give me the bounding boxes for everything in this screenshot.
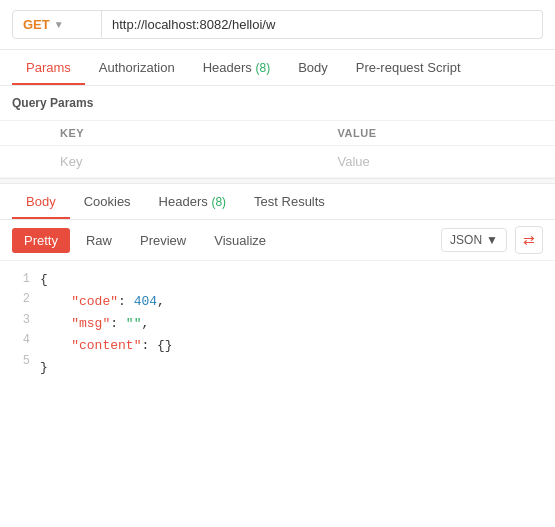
tab-cookies[interactable]: Cookies: [70, 184, 145, 219]
line-num-1: 1: [10, 269, 30, 289]
line-num-4: 4: [10, 330, 30, 350]
query-params-title: Query Params: [0, 86, 555, 120]
response-tabs: Body Cookies Headers (8) Test Results: [0, 184, 555, 220]
line-num-5: 5: [10, 351, 30, 371]
code-lines: { "code": 404, "msg": "", "content": {} …: [40, 269, 555, 379]
request-tabs: Params Authorization Headers (8) Body Pr…: [0, 50, 555, 86]
tab-response-body[interactable]: Body: [12, 184, 70, 219]
response-headers-badge: (8): [211, 195, 226, 209]
format-selector[interactable]: JSON ▼: [441, 228, 507, 252]
sub-tab-visualize[interactable]: Visualize: [202, 228, 278, 253]
tab-test-results[interactable]: Test Results: [240, 184, 339, 219]
val-content: {}: [157, 338, 173, 353]
headers-badge: (8): [255, 61, 270, 75]
line-num-2: 2: [10, 289, 30, 309]
method-selector[interactable]: GET ▼: [12, 10, 102, 39]
sub-tabs: Pretty Raw Preview Visualize JSON ▼ ⇄: [0, 220, 555, 261]
key-msg: "msg": [71, 316, 110, 331]
val-code: 404: [134, 294, 157, 309]
code-line-3: "msg": "",: [40, 313, 543, 335]
val-msg: "": [126, 316, 142, 331]
code-line-5: }: [40, 357, 543, 379]
code-line-2: "code": 404,: [40, 291, 543, 313]
tab-response-headers[interactable]: Headers (8): [145, 184, 240, 219]
sub-tab-preview[interactable]: Preview: [128, 228, 198, 253]
format-chevron-icon: ▼: [486, 233, 498, 247]
sub-tab-pretty[interactable]: Pretty: [12, 228, 70, 253]
tab-params[interactable]: Params: [12, 50, 85, 85]
sub-tab-raw[interactable]: Raw: [74, 228, 124, 253]
tab-body[interactable]: Body: [284, 50, 342, 85]
method-value: GET: [23, 17, 50, 32]
brace-close: }: [40, 360, 48, 375]
brace-open: {: [40, 272, 48, 287]
code-block: 1 2 3 4 5 { "code": 404, "msg": "", "con…: [0, 261, 555, 387]
value-cell[interactable]: Value: [278, 146, 556, 178]
url-input[interactable]: [102, 10, 543, 39]
tab-pre-request-script[interactable]: Pre-request Script: [342, 50, 475, 85]
col-header-value: VALUE: [278, 121, 556, 146]
params-table: KEY VALUE Key Value: [0, 120, 555, 178]
key-content: "content": [71, 338, 141, 353]
chevron-down-icon: ▼: [54, 19, 64, 30]
key-code: "code": [71, 294, 118, 309]
code-line-4: "content": {}: [40, 335, 543, 357]
table-row: Key Value: [0, 146, 555, 178]
tab-headers[interactable]: Headers (8): [189, 50, 284, 85]
top-bar: GET ▼: [0, 0, 555, 50]
col-header-key: KEY: [0, 121, 278, 146]
line-numbers: 1 2 3 4 5: [0, 269, 40, 379]
key-cell[interactable]: Key: [0, 146, 278, 178]
wrap-button[interactable]: ⇄: [515, 226, 543, 254]
line-num-3: 3: [10, 310, 30, 330]
code-line-1: {: [40, 269, 543, 291]
format-value: JSON: [450, 233, 482, 247]
tab-authorization[interactable]: Authorization: [85, 50, 189, 85]
